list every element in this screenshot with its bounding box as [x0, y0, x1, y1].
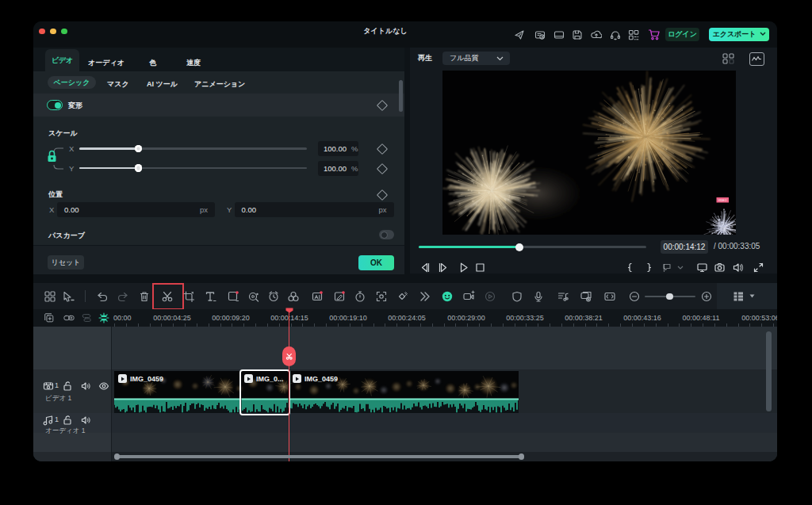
svg-text:VIDEO: VIDEO: [718, 199, 727, 202]
